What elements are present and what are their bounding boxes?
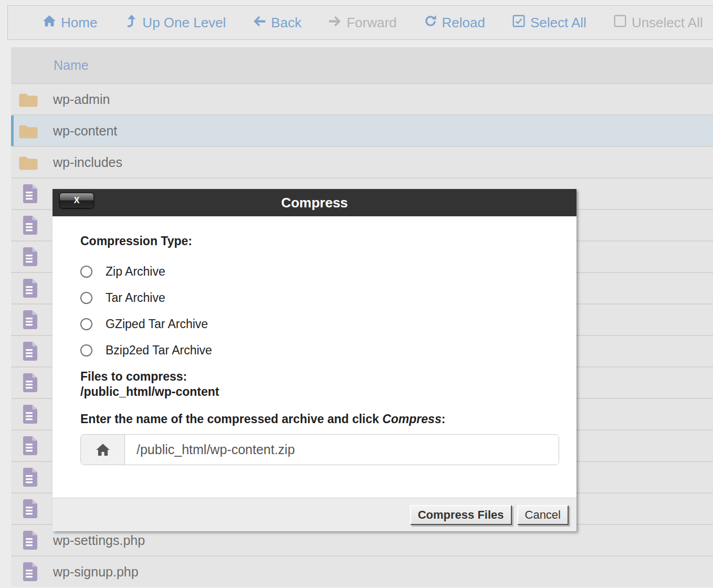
files-to-compress-path: /public_html/wp-content xyxy=(80,384,549,400)
name-column-header[interactable]: Name xyxy=(11,47,713,83)
right-arrow-icon xyxy=(328,14,342,32)
compression-option-label: GZiped Tar Archive xyxy=(106,317,208,331)
file-icon xyxy=(18,310,53,330)
toolbar-item-home[interactable]: Home xyxy=(43,14,97,32)
close-button[interactable]: X xyxy=(59,193,94,208)
folder-icon xyxy=(18,92,53,107)
compression-type-options: Zip Archive Tar Archive GZiped Tar Archi… xyxy=(80,264,549,358)
compression-option-zip-archive[interactable]: Zip Archive xyxy=(80,264,549,279)
cancel-button[interactable]: Cancel xyxy=(517,505,569,525)
file-name[interactable]: wp-admin xyxy=(53,92,110,107)
file-row[interactable]: wp-includes xyxy=(11,146,713,177)
home-path-icon xyxy=(81,435,125,465)
file-icon xyxy=(18,247,53,267)
file-name[interactable]: wp-content xyxy=(53,123,117,139)
radio-icon[interactable] xyxy=(80,292,92,304)
compression-option-label: Bzip2ed Tar Archive xyxy=(106,343,212,358)
checkbox-empty-icon xyxy=(613,14,627,32)
prompt-emphasis: Compress xyxy=(382,412,441,426)
file-name[interactable]: wp-signup.php xyxy=(53,564,139,580)
compress-files-button[interactable]: Compress Files xyxy=(410,505,512,525)
compress-dialog-body: Compression Type: Zip Archive Tar Archiv… xyxy=(53,216,576,465)
up-arrow-icon xyxy=(124,14,138,32)
file-icon xyxy=(18,215,53,235)
compress-dialog-header: X Compress xyxy=(53,189,576,216)
archive-name-input[interactable] xyxy=(125,435,559,465)
file-icon xyxy=(18,341,53,361)
file-name[interactable]: wp-settings.php xyxy=(53,533,145,548)
file-manager-toolbar: Home Up One Level Back Forward Reload Se… xyxy=(7,5,713,40)
radio-icon[interactable] xyxy=(80,318,92,330)
home-icon xyxy=(43,14,56,32)
toolbar-item-unselect-all[interactable]: Unselect All xyxy=(613,14,703,32)
file-icon xyxy=(18,373,53,393)
left-arrow-icon xyxy=(253,14,266,32)
file-name[interactable]: wp-includes xyxy=(53,155,122,170)
prompt-prefix: Enter the name of the compressed archive… xyxy=(80,412,382,426)
file-icon xyxy=(18,562,53,582)
file-icon xyxy=(18,404,53,424)
compression-option-tar-archive[interactable]: Tar Archive xyxy=(80,290,549,305)
folder-icon xyxy=(18,123,53,139)
file-icon xyxy=(18,436,53,456)
file-icon xyxy=(18,184,53,204)
file-row[interactable]: wp-content xyxy=(11,114,713,146)
file-icon xyxy=(18,499,53,519)
compress-dialog-footer: Compress Files Cancel xyxy=(53,498,576,531)
archive-name-input-group xyxy=(80,434,559,465)
radio-icon[interactable] xyxy=(80,266,92,278)
files-to-compress-block: Files to compress: /public_html/wp-conte… xyxy=(80,369,549,400)
toolbar-item-back[interactable]: Back xyxy=(253,14,301,32)
file-row[interactable]: wp-signup.php xyxy=(11,555,713,587)
files-to-compress-label: Files to compress: xyxy=(80,369,549,384)
toolbar-item-forward[interactable]: Forward xyxy=(328,14,396,32)
file-row[interactable]: wp-admin xyxy=(11,83,713,114)
toolbar-item-up-one-level[interactable]: Up One Level xyxy=(124,14,226,32)
compress-dialog: X Compress Compression Type: Zip Archive… xyxy=(53,189,576,531)
compression-option-gziped-tar-archive[interactable]: GZiped Tar Archive xyxy=(80,317,549,331)
name-column-label: Name xyxy=(54,58,89,73)
compression-option-label: Tar Archive xyxy=(106,291,165,305)
reload-icon xyxy=(424,14,437,32)
radio-icon[interactable] xyxy=(80,344,92,356)
folder-icon xyxy=(18,155,53,170)
file-icon xyxy=(18,278,53,298)
checkbox-checked-icon xyxy=(512,14,526,32)
prompt-suffix: : xyxy=(442,412,446,426)
file-icon xyxy=(18,467,53,487)
toolbar-item-select-all[interactable]: Select All xyxy=(512,14,586,32)
compression-option-label: Zip Archive xyxy=(106,265,165,279)
file-icon xyxy=(18,530,53,550)
compression-type-label: Compression Type: xyxy=(80,234,549,248)
toolbar-item-reload[interactable]: Reload xyxy=(424,14,485,32)
dialog-title: Compress xyxy=(281,195,348,211)
compression-option-bzip2ed-tar-archive[interactable]: Bzip2ed Tar Archive xyxy=(80,343,549,358)
archive-name-prompt: Enter the name of the compressed archive… xyxy=(80,412,549,426)
